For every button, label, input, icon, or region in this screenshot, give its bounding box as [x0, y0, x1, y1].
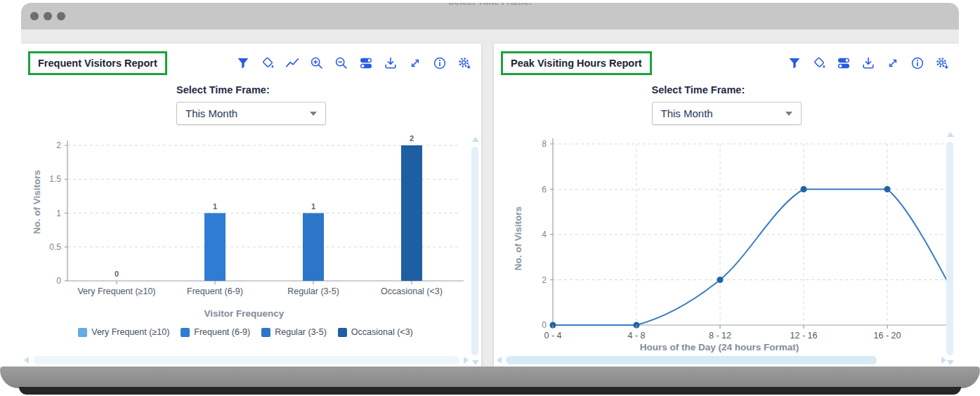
download-icon[interactable] — [384, 56, 398, 70]
legend-label: Frequent (6-9) — [194, 327, 250, 337]
legend-swatch — [78, 328, 87, 337]
bar[interactable] — [401, 145, 422, 281]
x-tick-label: 4 - 8 — [627, 331, 645, 341]
y-tick-label: 2 — [542, 275, 547, 285]
bar[interactable] — [204, 213, 226, 282]
timeframe-label: Select Time Frame: — [176, 84, 326, 95]
timeframe-selected-value: This Month — [661, 107, 713, 119]
bar-chart: 00.511.520Very Frequent (≥10)1Frequent (… — [24, 135, 479, 303]
toggle-settings-icon[interactable] — [837, 56, 851, 70]
timeframe-label: Select Time Frame: — [652, 84, 802, 95]
scroll-down-arrow[interactable] — [947, 360, 954, 365]
window-control-dot[interactable] — [44, 12, 52, 20]
chevron-down-icon — [310, 112, 317, 116]
y-tick-label: 1.5 — [49, 174, 61, 184]
panel-title: Frequent Visitors Report — [38, 58, 157, 69]
chart-toolbar — [788, 56, 949, 70]
scrollbar-thumb[interactable] — [506, 356, 877, 364]
legend-item[interactable]: Occasional (<3) — [338, 327, 413, 337]
horizontal-scrollbar — [497, 356, 946, 365]
zoom-in-icon[interactable] — [310, 56, 324, 70]
filter-icon[interactable] — [236, 56, 250, 70]
panel-title-highlight-box: Frequent Visitors Report — [28, 51, 167, 75]
bar[interactable] — [303, 213, 324, 282]
scroll-right-arrow[interactable] — [941, 357, 946, 364]
line-chart: 024680 - 44 - 88 - 1212 - 1616 - 20 — [494, 128, 959, 342]
x-tick-label: 8 - 12 — [709, 331, 731, 341]
x-tick-label: 0 - 4 — [544, 331, 561, 341]
vertical-scrollbar — [471, 137, 479, 365]
laptop-mockup: Select Time Frame: Frequent Visitors Rep… — [0, 0, 980, 396]
legend-item[interactable]: Frequent (6-9) — [181, 327, 250, 337]
scroll-left-arrow[interactable] — [24, 357, 29, 364]
x-tick-label: 16 - 20 — [874, 331, 901, 341]
chart-legend: Very Frequent (≥10)Frequent (6-9)Regular… — [21, 327, 470, 337]
panel-title-highlight-box: Peak Visiting Hours Report — [501, 51, 652, 75]
window-control-dot[interactable] — [30, 12, 39, 20]
chart-toolbar — [236, 56, 471, 70]
zoom-out-icon[interactable] — [334, 56, 348, 70]
timeframe-dropdown[interactable]: This Month — [176, 102, 326, 125]
clipped-top-text: Select Time Frame: — [448, 3, 532, 7]
x-tick-label: Occasional (<3) — [381, 286, 443, 296]
horizontal-scrollbar — [24, 356, 469, 365]
laptop-base — [0, 367, 980, 388]
timeframe-control: Select Time Frame: This Month — [176, 84, 326, 125]
legend-item[interactable]: Regular (3-5) — [261, 327, 327, 337]
legend-label: Regular (3-5) — [275, 327, 327, 337]
scroll-left-arrow[interactable] — [497, 357, 502, 364]
x-tick-label: 12 - 16 — [790, 331, 818, 341]
download-icon[interactable] — [861, 56, 875, 70]
y-tick-label: 0.5 — [49, 242, 61, 252]
bar-value-label: 1 — [213, 202, 217, 211]
y-tick-label: 8 — [542, 139, 547, 149]
y-tick-label: 0 — [542, 320, 547, 330]
x-tick-label: Very Frequent (≥10) — [77, 286, 155, 296]
scroll-up-arrow[interactable] — [947, 132, 954, 137]
y-tick-label: 2 — [56, 140, 61, 150]
settings-icon[interactable] — [457, 56, 471, 70]
expand-icon[interactable] — [886, 56, 900, 70]
legend-item[interactable]: Very Frequent (≥10) — [78, 327, 169, 337]
legend-label: Occasional (<3) — [351, 327, 413, 337]
expand-icon[interactable] — [408, 56, 422, 70]
line-series — [553, 190, 959, 326]
timeframe-dropdown[interactable]: This Month — [652, 102, 802, 125]
frequent-visitors-panel: Frequent Visitors Report Select Time Fra… — [21, 44, 481, 367]
dashboard-content: Frequent Visitors Report Select Time Fra… — [21, 44, 959, 367]
line-chart-icon[interactable] — [285, 56, 299, 70]
window-control-dot[interactable] — [57, 12, 65, 20]
y-tick-label: 1 — [56, 209, 61, 218]
browser-strip — [21, 29, 959, 44]
y-tick-label: 0 — [56, 276, 61, 286]
scroll-up-arrow[interactable] — [472, 137, 479, 142]
info-icon[interactable] — [910, 56, 925, 70]
panel-header: Frequent Visitors Report — [21, 44, 481, 75]
chevron-down-icon — [785, 112, 792, 116]
info-icon[interactable] — [433, 56, 447, 70]
bar-value-label: 1 — [311, 202, 315, 211]
toggle-settings-icon[interactable] — [359, 56, 373, 70]
data-point-marker[interactable] — [884, 186, 891, 192]
fill-color-icon[interactable] — [261, 56, 275, 70]
filter-icon[interactable] — [788, 56, 802, 70]
timeframe-control: Select Time Frame: This Month — [652, 84, 802, 125]
x-axis-title: Hours of the Day (24 hours Format) — [494, 342, 945, 352]
bar-value-label: 2 — [410, 135, 414, 143]
y-tick-label: 4 — [542, 230, 547, 239]
scrollbar-thumb[interactable] — [33, 356, 459, 364]
scrollbar-thumb[interactable] — [471, 147, 478, 355]
scroll-down-arrow[interactable] — [472, 360, 479, 365]
x-tick-label: Regular (3-5) — [287, 286, 339, 296]
fill-color-icon[interactable] — [812, 56, 826, 70]
laptop-screen: Select Time Frame: Frequent Visitors Rep… — [21, 3, 959, 367]
data-point-marker[interactable] — [717, 277, 724, 283]
data-point-marker[interactable] — [801, 186, 807, 192]
window-titlebar: Select Time Frame: — [21, 3, 959, 29]
settings-icon[interactable] — [935, 56, 949, 70]
legend-swatch — [338, 328, 347, 337]
timeframe-selected-value: This Month — [185, 107, 237, 119]
scrollbar-thumb[interactable] — [946, 142, 953, 355]
y-tick-label: 6 — [542, 185, 547, 194]
scroll-right-arrow[interactable] — [464, 357, 469, 364]
